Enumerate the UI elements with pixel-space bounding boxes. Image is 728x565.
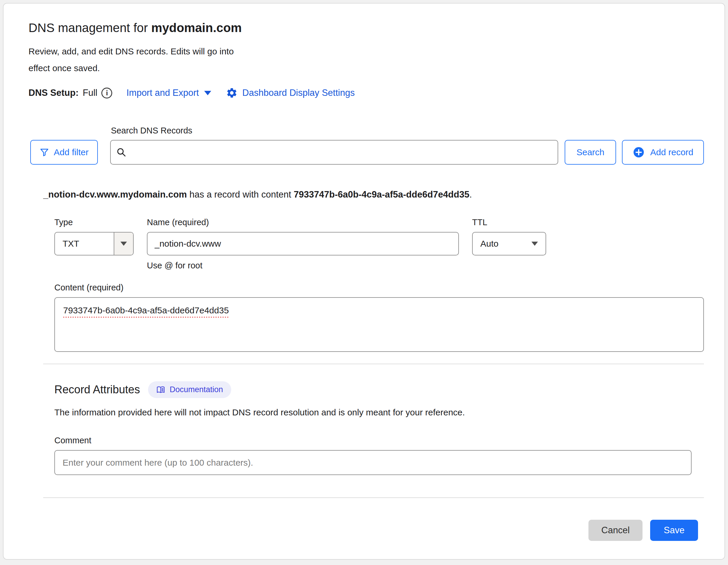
content-label: Content (required) bbox=[54, 283, 704, 293]
comment-field-group: Comment bbox=[54, 436, 704, 475]
name-label: Name (required) bbox=[147, 217, 459, 227]
content-field-group: Content (required) 7933747b-6a0b-4c9a-af… bbox=[54, 283, 704, 352]
search-icon bbox=[116, 147, 127, 157]
record-notice: _notion-dcv.www.mydomain.com has a recor… bbox=[43, 188, 704, 201]
add-record-button[interactable]: Add record bbox=[622, 140, 704, 165]
ttl-field-group: TTL Auto bbox=[472, 217, 546, 270]
record-notice-name: _notion-dcv.www.mydomain.com bbox=[43, 189, 187, 199]
record-form: Type TXT Name (required) Use @ for root … bbox=[43, 217, 704, 352]
import-export-button[interactable]: Import and Export bbox=[126, 88, 211, 98]
ttl-select[interactable]: Auto bbox=[472, 232, 546, 255]
chevron-down-icon bbox=[120, 241, 127, 246]
section-divider bbox=[43, 364, 704, 364]
name-field-group: Name (required) Use @ for root bbox=[147, 217, 459, 270]
record-editor: _notion-dcv.www.mydomain.com has a recor… bbox=[43, 188, 704, 541]
dns-setup-row: DNS Setup: Full i Import and Export Dash… bbox=[28, 87, 704, 99]
search-input[interactable] bbox=[110, 140, 558, 165]
dns-setup-value: Full bbox=[83, 88, 98, 98]
plus-circle-icon bbox=[633, 146, 645, 158]
record-notice-content: 7933747b-6a0b-4c9a-af5a-dde6d7e4dd35 bbox=[294, 189, 469, 199]
documentation-label: Documentation bbox=[170, 385, 223, 394]
type-select[interactable]: TXT bbox=[54, 232, 134, 255]
footer-actions: Cancel Save bbox=[43, 520, 704, 541]
content-textarea[interactable]: 7933747b-6a0b-4c9a-af5a-dde6d7e4dd35 bbox=[54, 297, 704, 352]
attributes-heading: Record Attributes bbox=[54, 383, 140, 396]
add-record-label: Add record bbox=[650, 147, 693, 157]
name-help-text: Use @ for root bbox=[147, 261, 459, 270]
gear-icon bbox=[226, 87, 238, 99]
type-field-group: Type TXT bbox=[54, 217, 134, 270]
type-label: Type bbox=[54, 217, 134, 227]
add-filter-label: Add filter bbox=[54, 147, 88, 157]
name-input[interactable] bbox=[147, 232, 459, 255]
search-button-label: Search bbox=[576, 147, 604, 157]
footer-divider bbox=[43, 497, 704, 498]
cancel-button[interactable]: Cancel bbox=[588, 520, 643, 541]
ttl-label: TTL bbox=[472, 217, 546, 227]
funnel-icon bbox=[40, 147, 49, 157]
dns-setup-label: DNS Setup: bbox=[28, 88, 79, 98]
search-group: Search DNS Records bbox=[110, 126, 558, 165]
attributes-heading-row: Record Attributes Documentation bbox=[54, 381, 704, 398]
search-toolbar: Add filter Search DNS Records Search Add… bbox=[28, 126, 704, 165]
search-button[interactable]: Search bbox=[565, 140, 616, 165]
record-notice-middle: has a record with content bbox=[187, 189, 294, 199]
save-button[interactable]: Save bbox=[650, 520, 698, 541]
comment-label: Comment bbox=[54, 436, 704, 445]
comment-input[interactable] bbox=[54, 450, 692, 475]
dashboard-display-settings-label: Dashboard Display Settings bbox=[242, 88, 355, 98]
ttl-select-arrow-area bbox=[531, 232, 546, 255]
type-select-value: TXT bbox=[55, 232, 114, 255]
search-input-wrap bbox=[110, 140, 558, 165]
book-icon bbox=[156, 385, 165, 394]
chevron-down-icon bbox=[531, 241, 538, 246]
dashboard-display-settings-link[interactable]: Dashboard Display Settings bbox=[226, 87, 355, 99]
add-filter-button[interactable]: Add filter bbox=[30, 140, 98, 165]
search-label: Search DNS Records bbox=[111, 126, 558, 135]
page-title-domain: mydomain.com bbox=[151, 21, 242, 35]
type-select-arrow-area[interactable] bbox=[114, 232, 133, 255]
chevron-down-icon bbox=[204, 91, 211, 95]
import-export-label: Import and Export bbox=[126, 88, 199, 98]
documentation-link[interactable]: Documentation bbox=[148, 381, 231, 398]
content-value: 7933747b-6a0b-4c9a-af5a-dde6d7e4dd35 bbox=[63, 306, 229, 315]
record-form-row: Type TXT Name (required) Use @ for root … bbox=[54, 217, 704, 270]
page-title: DNS management for mydomain.com bbox=[28, 21, 704, 35]
page-title-prefix: DNS management for bbox=[28, 21, 151, 35]
record-notice-suffix: . bbox=[469, 189, 472, 199]
dns-management-panel: DNS management for mydomain.com Review, … bbox=[3, 3, 725, 560]
ttl-select-value: Auto bbox=[473, 232, 531, 255]
info-icon[interactable]: i bbox=[101, 88, 112, 98]
record-attributes-section: Record Attributes Documentation The info… bbox=[43, 381, 704, 475]
page-subtitle: Review, add, and edit DNS records. Edits… bbox=[28, 43, 237, 76]
attributes-description: The information provided here will not i… bbox=[54, 408, 704, 418]
